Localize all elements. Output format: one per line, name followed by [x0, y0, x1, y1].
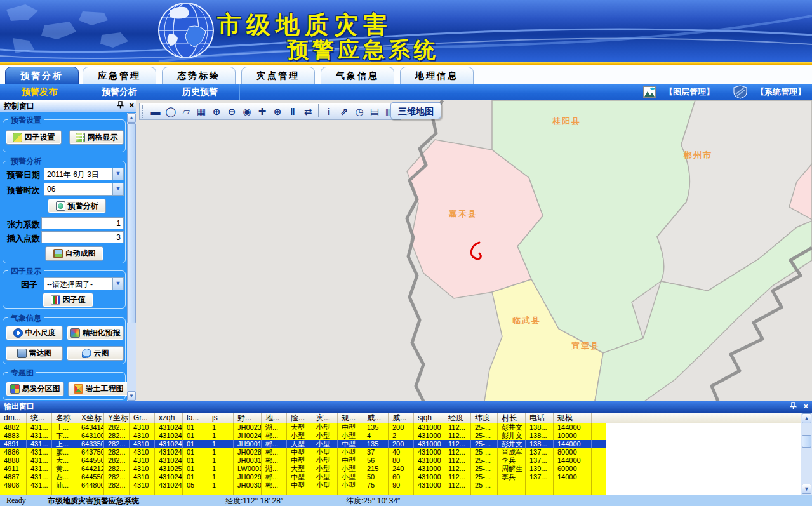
history-clock-icon[interactable]: ◷ [352, 104, 367, 119]
column-header[interactable]: 电话 [526, 413, 554, 423]
scrollbar-thumb[interactable] [127, 123, 136, 323]
warning-analyze-button[interactable]: 预警分析 [48, 199, 106, 213]
table-cell: 431024 [155, 432, 183, 440]
grid-view-icon[interactable]: ▦ [194, 104, 209, 119]
column-header[interactable]: 统... [27, 413, 52, 423]
pin-icon[interactable] [790, 402, 797, 410]
toolbar-separator [318, 104, 319, 117]
column-header[interactable]: Y坐标 [104, 413, 130, 423]
column-header[interactable]: 地... [262, 413, 287, 423]
close-icon[interactable]: × [803, 402, 808, 410]
factor-combo[interactable]: --请选择因子- ▼ [44, 277, 124, 290]
measure-polygon-icon[interactable]: ▱ [178, 104, 194, 119]
tab-geographic-info[interactable]: 地理信息 [400, 67, 474, 84]
status-ready: Ready [6, 496, 26, 505]
table-cell: 4310 [130, 481, 155, 489]
output-scrollbar[interactable]: ▲ ▼ [801, 413, 812, 495]
column-header[interactable]: 名称 [52, 413, 77, 423]
map-view[interactable]: 桂阳县 郴州市 嘉禾县 临武县 宜章县 ▬◯▱▦⊕⊖◉✚⊛‖⇄i⇗◷▤▥ 三维地… [136, 100, 812, 401]
column-header[interactable]: 村长 [498, 413, 526, 423]
column-header[interactable]: la... [183, 413, 208, 423]
column-header[interactable]: 规模 [554, 413, 592, 423]
tab-weather-info[interactable]: 气象信息 [321, 67, 394, 84]
column-header[interactable]: 经度 [444, 413, 471, 423]
table-cell: 50 [363, 473, 389, 481]
table-row[interactable]: 4883431...下...643100282...4310431024011J… [0, 432, 606, 440]
auto-map-button[interactable]: 自动成图 [45, 246, 103, 261]
column-header[interactable]: dm... [0, 413, 27, 423]
measure-distance-icon[interactable]: ▬ [148, 104, 163, 119]
panel-scrollbar[interactable]: ▲ ▼ [127, 113, 136, 401]
cloud-map-button[interactable]: 云图 [67, 346, 124, 361]
3d-map-button[interactable]: 三维地图 [390, 102, 441, 119]
factor-settings-button[interactable]: 因子设置 [6, 130, 62, 145]
scroll-down-icon[interactable]: ▼ [127, 391, 136, 401]
table-cell: 2 [389, 432, 414, 440]
column-header[interactable]: 规... [338, 413, 363, 423]
close-icon[interactable]: × [129, 101, 134, 109]
output-rows: 4882431...上...643414282...4310431024011J… [0, 423, 801, 495]
scroll-up-icon[interactable]: ▲ [127, 113, 136, 123]
scroll-up-icon[interactable]: ▲ [802, 413, 811, 423]
table-row[interactable]: 4887431...西...644550282...4310431024011J… [0, 473, 606, 481]
tab-situation-plotting[interactable]: 态势标绘 [162, 67, 236, 84]
column-header[interactable]: 威... [389, 413, 414, 423]
zoom-in-icon[interactable]: ⊕ [209, 104, 224, 119]
zoom-select-icon[interactable]: ⊛ [270, 104, 285, 119]
table-row[interactable] [0, 489, 606, 495]
column-header[interactable]: 灾... [312, 413, 338, 423]
column-header[interactable]: js [208, 413, 234, 423]
toolbar-grip[interactable] [142, 105, 145, 118]
table-row[interactable]: 4908431...油...644800282...4310431024051J… [0, 481, 606, 489]
warning-date-combo[interactable]: 2011年 6月 3日 ▼ [44, 168, 124, 180]
column-header[interactable]: 纬度 [471, 413, 498, 423]
chevron-down-icon[interactable]: ▼ [112, 183, 123, 195]
full-extent-globe-icon[interactable]: ◉ [239, 104, 255, 119]
radar-map-button[interactable]: 雷达图 [6, 346, 63, 361]
layer-manager-button[interactable]: 【图层管理】 [665, 86, 714, 98]
column-header[interactable]: xzqh [155, 413, 183, 423]
column-header[interactable]: 野... [234, 413, 262, 423]
susceptibility-zone-map-button[interactable]: 易发分区图 [6, 382, 64, 396]
table-row[interactable]: 4911431...黄...644212282...4310431025011L… [0, 465, 606, 473]
export-icon[interactable]: ⇗ [336, 104, 352, 119]
scroll-down-icon[interactable]: ▼ [802, 484, 811, 494]
scrollbar-thumb[interactable] [802, 435, 811, 448]
table-row[interactable]: 4891431...上...643350282...4310431024011J… [0, 440, 606, 448]
identify-info-icon[interactable]: i [321, 104, 336, 119]
grid-display-button[interactable]: 网格显示 [69, 130, 124, 145]
pause-icon[interactable]: ‖ [285, 104, 300, 119]
chevron-down-icon[interactable]: ▼ [112, 278, 123, 290]
refresh-swap-icon[interactable]: ⇄ [300, 104, 316, 119]
system-manager-button[interactable]: 【系统管理】 [756, 86, 806, 98]
meso-scale-button[interactable]: 中小尺度 [6, 326, 63, 340]
subtab-warning-publish[interactable]: 预警发布 [0, 84, 79, 100]
column-header[interactable]: 威... [363, 413, 389, 423]
pin-icon[interactable] [117, 101, 124, 109]
table-row[interactable]: 4888431...大...644550282...4310431024011J… [0, 456, 606, 465]
insert-points-input[interactable] [41, 231, 124, 243]
column-header[interactable]: Gr... [130, 413, 155, 423]
tab-disaster-point-management[interactable]: 灾点管理 [241, 67, 315, 84]
tab-warning-analysis[interactable]: 预警分析 [5, 67, 79, 84]
geotechnical-map-button[interactable]: 岩土工程图 [68, 382, 129, 396]
print-icon[interactable]: ▤ [367, 104, 382, 119]
factor-value-button[interactable]: 因子值 [43, 293, 93, 307]
tension-coefficient-input[interactable] [41, 217, 124, 229]
column-header[interactable]: X坐标 [77, 413, 104, 423]
subtab-history-warning[interactable]: 历史预警 [161, 84, 240, 100]
table-cell: 25-... [471, 423, 498, 432]
table-row[interactable]: 4886431...廖...643750282...4310431024011J… [0, 448, 606, 456]
column-header[interactable]: 险... [287, 413, 312, 423]
fine-forecast-button[interactable]: 精细化预报 [67, 326, 124, 340]
warning-time-combo[interactable]: 06 ▼ [44, 183, 124, 196]
column-header[interactable]: sjqh [414, 413, 444, 423]
pan-hand-icon[interactable]: ✚ [255, 104, 270, 119]
output-header-row: dm...统...名称X坐标Y坐标Gr...xzqhla...js野...地..… [0, 413, 801, 423]
chevron-down-icon[interactable]: ▼ [112, 168, 123, 180]
tab-emergency-management[interactable]: 应急管理 [83, 67, 156, 84]
subtab-warning-analysis[interactable]: 预警分析 [80, 84, 159, 100]
zoom-out-icon[interactable]: ⊖ [224, 104, 239, 119]
measure-circle-icon[interactable]: ◯ [163, 104, 178, 119]
table-row[interactable]: 4882431...上...643414282...4310431024011J… [0, 423, 606, 432]
